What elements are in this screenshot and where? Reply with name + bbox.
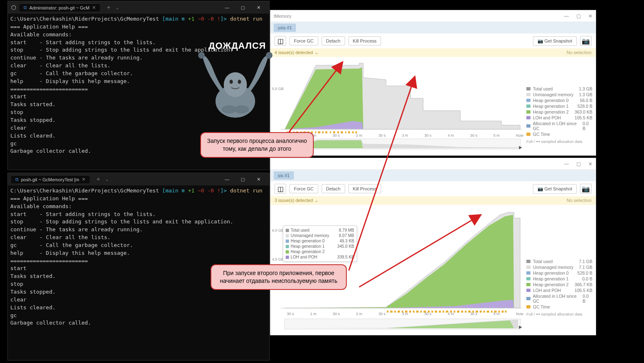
output-line: gc - Call the garbage collector. — [10, 70, 133, 76]
legend-label: Total used — [533, 86, 553, 91]
output-line: gc — [10, 312, 17, 318]
tick: 5 m — [493, 312, 500, 316]
close-button[interactable]: ✕ — [588, 161, 592, 167]
tick: 30 s — [424, 312, 431, 316]
force-gc-button[interactable]: Force GC — [289, 184, 318, 193]
new-tab-button[interactable]: ＋ — [103, 4, 114, 11]
chevron-down-icon: ⌄ — [315, 198, 318, 203]
tab-analysis[interactable]: sis #1 — [274, 171, 294, 180]
chevron-down-icon: ⌄ — [315, 50, 318, 55]
legend-label: LOH and POH — [533, 115, 561, 120]
output-line: help - Display this help message. — [10, 78, 130, 84]
close-button[interactable]: ✕ — [251, 177, 266, 182]
tick: 30 s — [470, 312, 477, 316]
chevron-down-icon[interactable]: ⌄ — [105, 177, 109, 182]
tick: 4 m — [447, 133, 454, 138]
chevron-down-icon[interactable]: ⌄ — [116, 5, 119, 10]
legend-label: Heap generation 0 — [533, 270, 568, 275]
close-icon[interactable]: ✕ — [82, 177, 85, 182]
kill-process-button[interactable]: Kill Process — [348, 36, 381, 45]
legend-label: Allocated in LOH since GC — [533, 294, 583, 304]
chart-mode-icon[interactable]: ◫ — [275, 36, 286, 46]
tooltip-value: 345.0 KB — [332, 244, 354, 249]
tooltip-label: LOH and POH — [291, 255, 317, 259]
tick: 2 m — [356, 133, 362, 138]
legend-label: Unmanaged memory — [533, 92, 573, 97]
legend-value: 363.0 KB — [575, 109, 592, 114]
tooltip-label: Heap generation 1 — [291, 244, 324, 249]
no-selection-text: No selection — [566, 50, 592, 55]
minimize-button[interactable]: — — [564, 13, 569, 19]
kill-process-button[interactable]: Kill Process — [348, 184, 381, 193]
output-line: gc - Call the garbage collector. — [10, 242, 133, 248]
tooltip-label: Heap generation 2 — [291, 249, 324, 254]
legend-value: 0.0 B — [582, 121, 592, 131]
output-line: continue - The tasks are already running… — [10, 55, 143, 61]
legend-label: LOH and POH — [533, 288, 561, 293]
output-line: Available commands: — [10, 31, 72, 38]
camera-settings-icon[interactable]: 📷 — [580, 36, 592, 46]
dotmemory-window-2: — ▢ ✕ sis #1 ◫ Force GC Detach Kill Proc… — [270, 158, 596, 335]
close-icon[interactable]: ✕ — [92, 5, 96, 10]
tick: 5 m — [493, 133, 500, 138]
issues-bar[interactable]: 4 issue(s) detected⌄ No selection — [270, 48, 596, 57]
output-line: clear — [10, 125, 26, 131]
terminal-tab[interactable]: ⧉ Administrator: posh-git ~ GcM ✕ — [19, 3, 100, 12]
legend-value: 105.5 KB — [575, 288, 592, 293]
tick: 30 s — [333, 312, 340, 316]
output-line: help - Display this help message. — [10, 250, 130, 256]
chart-mode-icon[interactable]: ◫ — [275, 184, 286, 194]
get-snapshot-button[interactable]: 📷 Get Snapshot — [533, 36, 577, 46]
force-gc-button[interactable]: Force GC — [289, 36, 318, 45]
output-line: continue - The tasks are already running… — [10, 226, 143, 233]
maximize-button[interactable]: ▢ — [235, 177, 250, 182]
tick: Now — [516, 312, 523, 316]
svg-text:▶: ▶ — [519, 145, 522, 149]
camera-settings-icon[interactable]: 📷 — [580, 184, 592, 194]
output-line: Tasks stopped. — [10, 289, 56, 295]
output-line: Tasks stopped. — [10, 117, 56, 123]
minimize-button[interactable]: — — [220, 5, 234, 10]
legend-value: 528.0 B — [578, 270, 592, 275]
minimize-button[interactable]: — — [564, 161, 569, 167]
output-line: Garbage collector called. — [10, 320, 91, 326]
tab-bar: sis #1 — [270, 170, 596, 181]
terminal-tab-title: posh-git ~ GcMemoryTest [m — [21, 177, 79, 182]
window-titlebar: tMemory — ▢ ✕ — [270, 10, 596, 22]
tooltip-value: 339.5 KB — [332, 255, 354, 259]
close-button[interactable]: ✕ — [588, 13, 592, 19]
maximize-button[interactable]: ▢ — [576, 13, 581, 19]
new-tab-button[interactable]: ＋ — [93, 176, 104, 183]
output-line: === Application Help === — [10, 195, 88, 202]
terminal-output[interactable]: C:\Users\Cherkashin\RiderProjects\GcMemo… — [8, 185, 269, 329]
close-button[interactable]: ✕ — [251, 5, 266, 10]
legend-value: 366.7 KB — [575, 282, 592, 287]
memory-chart[interactable]: 5.0 GB ▶ 30 s1 m30 s2 m30 s3 m30 s4 m30 … — [270, 57, 596, 150]
toolbar: ◫ Force GC Detach Kill Process 📷 Get Sna… — [270, 181, 596, 196]
tick: 30 s — [333, 133, 340, 138]
output-line: Tasks started. — [10, 101, 56, 107]
tick: 30 s — [424, 133, 431, 138]
detach-button[interactable]: Detach — [322, 36, 345, 45]
output-line: ======================== — [10, 258, 88, 264]
maximize-button[interactable]: ▢ — [576, 161, 581, 167]
tab-analysis[interactable]: ysis #1 — [274, 24, 296, 32]
legend-value: 105.5 KB — [575, 115, 592, 120]
tick: 30 s — [379, 133, 386, 138]
maximize-button[interactable]: ▢ — [235, 5, 250, 10]
callout-2: При запуске второго приложения, первое н… — [211, 264, 347, 290]
terminal-tab[interactable]: ⧉ posh-git ~ GcMemoryTest [m ✕ — [11, 175, 90, 183]
minimize-button[interactable]: — — [220, 177, 234, 182]
output-line: start — [10, 265, 26, 271]
detach-button[interactable]: Detach — [322, 184, 345, 193]
legend-label: Heap generation 1 — [533, 276, 568, 281]
get-snapshot-button[interactable]: 📷 Get Snapshot — [533, 184, 577, 194]
tick: Now — [516, 133, 523, 138]
svg-text:6.0 GB: 6.0 GB — [272, 228, 284, 233]
tick: 30 s — [470, 133, 477, 138]
chart-legend: Total used1.3 GB Unmanaged memory1.3 GB … — [526, 86, 592, 144]
legend-label: GC Time — [533, 304, 550, 309]
issues-bar[interactable]: 3 issue(s) detected⌄ No selection — [270, 196, 596, 205]
legend-label: Heap generation 2 — [533, 109, 568, 114]
output-line: clear - Clear all the lists. — [10, 62, 111, 69]
